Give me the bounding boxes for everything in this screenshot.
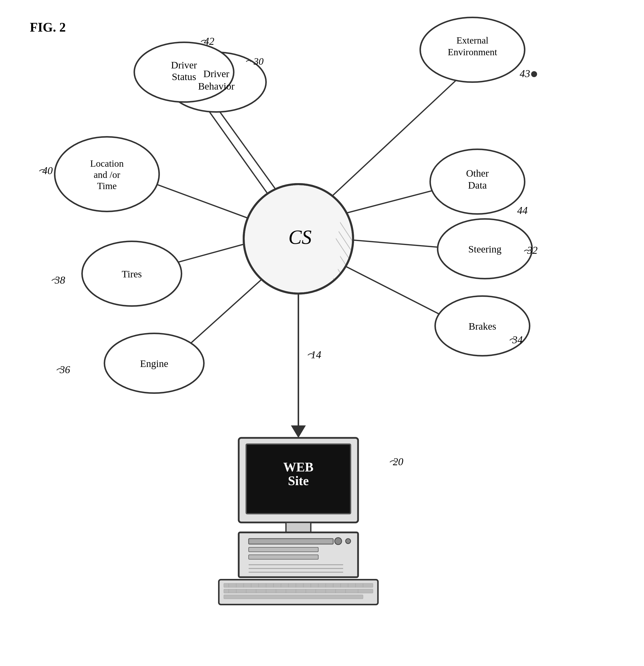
svg-text:Data: Data <box>468 180 487 191</box>
svg-text:36: 36 <box>59 364 70 375</box>
svg-text:30: 30 <box>253 56 264 67</box>
svg-text:43: 43 <box>520 68 530 80</box>
svg-line-7 <box>149 181 264 224</box>
svg-text:and /or: and /or <box>94 170 120 180</box>
svg-rect-62 <box>249 539 333 544</box>
svg-text:Environment: Environment <box>448 47 497 57</box>
svg-text:CS: CS <box>288 226 311 248</box>
svg-text:Steering: Steering <box>468 244 501 255</box>
svg-line-8 <box>199 97 279 209</box>
svg-point-65 <box>335 538 342 545</box>
svg-text:Driver: Driver <box>171 59 197 71</box>
svg-text:Other: Other <box>466 168 488 179</box>
svg-text:Site: Site <box>288 474 309 488</box>
svg-text:Brakes: Brakes <box>468 321 496 332</box>
svg-text:14: 14 <box>311 349 321 361</box>
svg-rect-60 <box>286 523 311 532</box>
svg-point-52 <box>531 71 537 77</box>
svg-text:Tires: Tires <box>122 268 142 280</box>
svg-text:44: 44 <box>517 205 527 216</box>
svg-marker-10 <box>291 425 306 438</box>
diagram-svg: CS Driver Behavior External Environment … <box>0 0 644 666</box>
svg-rect-73 <box>224 595 363 599</box>
svg-text:External: External <box>457 35 488 46</box>
svg-text:Location: Location <box>90 158 124 169</box>
svg-text:34: 34 <box>512 334 523 346</box>
svg-rect-64 <box>249 555 318 559</box>
svg-text:38: 38 <box>54 275 65 286</box>
svg-text:42: 42 <box>204 36 214 47</box>
svg-text:Time: Time <box>97 181 117 191</box>
svg-rect-71 <box>224 583 373 588</box>
svg-text:Engine: Engine <box>140 358 168 369</box>
svg-text:Driver: Driver <box>203 68 229 80</box>
svg-rect-63 <box>249 547 318 552</box>
svg-text:Behavior: Behavior <box>198 81 235 92</box>
svg-text:WEB: WEB <box>283 460 313 474</box>
svg-text:Status: Status <box>172 71 196 82</box>
svg-point-66 <box>346 539 351 544</box>
svg-text:20: 20 <box>393 456 403 468</box>
svg-text:40: 40 <box>42 165 53 176</box>
